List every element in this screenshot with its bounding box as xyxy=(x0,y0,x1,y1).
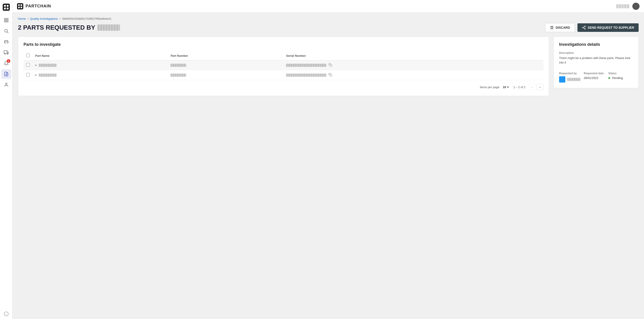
detail-meta: Requested by Requested date 26/01/2022 S… xyxy=(559,72,633,83)
svg-point-9 xyxy=(4,29,8,32)
requested-date-label: Requested date xyxy=(584,72,608,75)
row2-serial-number xyxy=(284,70,544,80)
breadcrumb: Home > Quality Investigations > 5bfb650c… xyxy=(18,17,638,21)
svg-rect-30 xyxy=(330,74,332,76)
row1-serial-blur xyxy=(286,64,326,67)
requested-by-col: Requested by xyxy=(559,72,584,83)
title-requester-blur xyxy=(98,25,120,31)
status-dot xyxy=(608,77,610,79)
row2-copy-icon[interactable] xyxy=(328,74,332,77)
items-per-page-select[interactable]: 10 25 50 xyxy=(502,85,510,89)
main-wrapper: PARTCHAIN Home > Quality Investigations … xyxy=(12,0,644,319)
brand-name: PARTCHAIN xyxy=(26,4,51,9)
items-per-page-label: Items per page: xyxy=(480,86,500,89)
select-all-checkbox[interactable] xyxy=(26,54,30,57)
row2-part-number xyxy=(168,70,283,80)
svg-point-25 xyxy=(582,27,584,28)
parts-table: Part Name Part Number Serial Number xyxy=(24,51,544,80)
row1-checkbox[interactable] xyxy=(26,63,30,67)
row2-expand-icon[interactable]: ▾ xyxy=(35,74,36,77)
breadcrumb-home[interactable]: Home xyxy=(18,17,26,21)
svg-line-27 xyxy=(583,28,584,29)
status-text: Pending xyxy=(612,76,623,80)
content-area: Home > Quality Investigations > 5bfb650c… xyxy=(12,13,644,319)
brand: PARTCHAIN xyxy=(17,3,51,10)
sidebar-item-notifications[interactable]: 1 xyxy=(1,58,11,68)
status-label: Status xyxy=(608,72,633,75)
sidebar-item-car[interactable] xyxy=(1,37,11,47)
requester-avatar xyxy=(559,76,565,83)
description-text: There might be a problem with these part… xyxy=(559,56,633,65)
notification-badge: 1 xyxy=(7,59,10,63)
row1-name-blur xyxy=(39,64,57,67)
breadcrumb-id: 5bfb650c524b651702f627f90a4b4e41 xyxy=(62,17,111,21)
row1-part-number xyxy=(168,60,283,70)
header-actions: DISCARD SEND REQUEST TO SUPPLIER xyxy=(545,23,638,32)
col-part-number: Part Number xyxy=(168,51,283,60)
col-part-name: Part Name xyxy=(32,51,168,60)
svg-rect-0 xyxy=(3,4,10,11)
person-icon xyxy=(4,82,9,87)
details-section-title: Investigations details xyxy=(559,42,633,47)
sidebar-item-users[interactable] xyxy=(1,80,11,90)
items-per-page: Items per page: 10 25 50 xyxy=(480,85,510,89)
app-logo[interactable] xyxy=(2,3,11,12)
send-label: SEND REQUEST TO SUPPLIER xyxy=(588,26,634,29)
sidebar: 1 xyxy=(0,0,12,319)
requested-date-col: Requested date 26/01/2022 xyxy=(584,72,608,80)
info-icon xyxy=(4,311,9,316)
status-value: Pending xyxy=(608,76,633,80)
svg-line-10 xyxy=(7,32,8,33)
breadcrumb-quality[interactable]: Quality Investigations xyxy=(30,17,58,21)
page-title: 2 PARTS REQUESTED BY xyxy=(18,24,120,31)
send-request-button[interactable]: SEND REQUEST TO SUPPLIER xyxy=(578,23,638,32)
investigation-details-panel: Investigations details Description There… xyxy=(554,37,638,88)
parts-panel: Parts to investigate Part Name Part Numb… xyxy=(18,37,549,96)
sidebar-item-truck[interactable] xyxy=(1,48,11,58)
user-name-blur xyxy=(616,4,630,8)
share-icon xyxy=(582,26,586,30)
sidebar-item-dashboard[interactable] xyxy=(1,15,11,25)
user-avatar xyxy=(632,3,640,10)
svg-rect-22 xyxy=(18,7,20,8)
svg-rect-23 xyxy=(20,7,22,8)
row2-name-blur xyxy=(39,74,57,77)
sidebar-item-search[interactable] xyxy=(1,26,11,36)
sidebar-item-investigations[interactable] xyxy=(1,69,11,79)
grid-icon xyxy=(4,18,9,23)
row1-part-name: ▾ xyxy=(32,60,168,70)
row1-serial-number xyxy=(284,60,544,70)
requested-date-value: 26/01/2022 xyxy=(584,76,608,80)
svg-point-24 xyxy=(584,26,586,27)
row1-expand-icon[interactable]: ▾ xyxy=(35,64,36,67)
topbar: PARTCHAIN xyxy=(12,0,644,13)
discard-button[interactable]: DISCARD xyxy=(545,23,575,32)
two-col-layout: Parts to investigate Part Name Part Numb… xyxy=(18,37,638,96)
sidebar-info[interactable] xyxy=(4,311,9,319)
svg-rect-8 xyxy=(6,21,8,22)
pagination-prev-button[interactable]: ‹ xyxy=(529,84,536,90)
row1-copy-icon[interactable] xyxy=(328,64,332,67)
requester-info xyxy=(559,76,584,83)
row2-checkbox[interactable] xyxy=(26,73,30,77)
title-prefix: 2 PARTS REQUESTED BY xyxy=(18,24,95,31)
svg-point-15 xyxy=(6,83,7,85)
parts-section-title: Parts to investigate xyxy=(24,42,544,47)
svg-rect-7 xyxy=(4,21,6,22)
row1-number-blur xyxy=(170,64,186,67)
row2-number-blur xyxy=(170,74,186,77)
svg-rect-1 xyxy=(4,5,6,7)
brand-logo xyxy=(17,3,23,10)
svg-rect-6 xyxy=(6,19,8,20)
col-serial-number: Serial Number xyxy=(284,51,544,60)
svg-rect-2 xyxy=(7,5,8,7)
svg-rect-4 xyxy=(7,8,8,10)
discard-label: DISCARD xyxy=(556,26,570,29)
status-col: Status Pending xyxy=(608,72,633,80)
description-label: Description xyxy=(559,51,633,55)
breadcrumb-sep2: > xyxy=(59,17,61,21)
trash-icon xyxy=(550,26,554,30)
breadcrumb-sep1: > xyxy=(27,17,29,21)
table-row: ▾ xyxy=(24,60,544,70)
pagination-next-button[interactable]: › xyxy=(537,84,544,90)
